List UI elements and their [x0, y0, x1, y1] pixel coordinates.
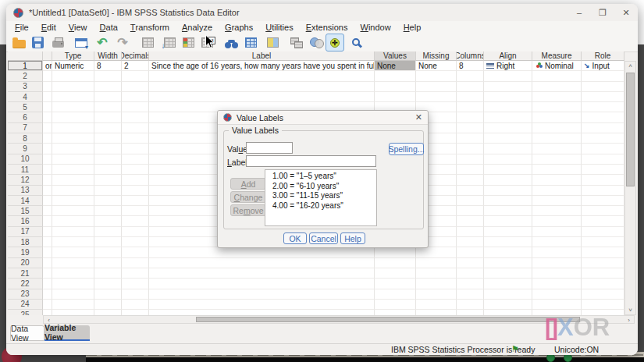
cell-r16-c8[interactable] — [457, 216, 484, 226]
cell-r16-c2[interactable] — [52, 216, 94, 226]
cell-r24-c7[interactable] — [416, 300, 457, 310]
cell-r22-c9[interactable] — [484, 279, 532, 289]
cell-r20-c1[interactable] — [43, 258, 52, 268]
cell-r10-c10[interactable] — [532, 154, 582, 165]
cell-r16-c10[interactable] — [532, 216, 582, 226]
cell-r15-c11[interactable] — [582, 206, 624, 216]
cell-r3-c4[interactable] — [122, 82, 149, 92]
cell-r12-c10[interactable] — [532, 175, 582, 185]
cell-r5-c2[interactable] — [52, 102, 94, 112]
cell-r9-c2[interactable] — [52, 144, 94, 154]
cell-r2-c9[interactable] — [484, 71, 532, 81]
cell-r6-c9[interactable] — [484, 112, 532, 122]
cell-r22-c1[interactable] — [43, 279, 52, 289]
cell-r16-c11[interactable] — [582, 216, 624, 226]
cell-r4-c11[interactable] — [582, 92, 624, 102]
cell-r14-c2[interactable] — [52, 196, 94, 206]
cell-r11-c10[interactable] — [532, 165, 582, 175]
cell-r20-c2[interactable] — [52, 258, 94, 268]
cell-r10-c4[interactable] — [122, 154, 149, 165]
cell-r25-c9[interactable] — [484, 310, 532, 315]
row-header-2[interactable]: 2 — [8, 71, 43, 81]
cell-r18-c10[interactable] — [532, 237, 582, 247]
cell-r24-c6[interactable] — [375, 300, 416, 310]
column-header-type[interactable]: Type — [52, 51, 94, 61]
cell-r14-c8[interactable] — [457, 196, 484, 206]
cell-r3-c11[interactable] — [582, 82, 624, 92]
cell-r22-c3[interactable] — [94, 279, 122, 289]
cell-r23-c11[interactable] — [582, 289, 624, 300]
cell-r4-c10[interactable] — [532, 92, 582, 102]
cell-r10-c8[interactable] — [457, 154, 484, 165]
cell-r3-c3[interactable] — [94, 82, 122, 92]
remove-button[interactable]: Remove — [230, 204, 266, 216]
cell-r19-c4[interactable] — [122, 247, 149, 257]
cell-r5-c10[interactable] — [532, 102, 582, 112]
cell-r21-c6[interactable] — [375, 268, 416, 279]
label-input[interactable] — [246, 155, 376, 167]
cell-r13-c10[interactable] — [532, 186, 582, 196]
cell-r19-c6[interactable] — [375, 247, 416, 257]
cell-r9-c10[interactable] — [532, 144, 582, 154]
cell-r21-c2[interactable] — [52, 268, 94, 279]
cell-r9-c1[interactable] — [43, 144, 52, 154]
cell-r20-c7[interactable] — [416, 258, 457, 268]
value-label-entry-2[interactable]: 2.00 = "6-10 years" — [272, 182, 376, 192]
cell-r16-c4[interactable] — [122, 216, 149, 226]
cell-r6-c10[interactable] — [532, 112, 582, 122]
menu-edit[interactable]: Edit — [35, 21, 62, 33]
dialog-close-icon[interactable]: ✕ — [415, 112, 422, 122]
cell-r8-c8[interactable] — [457, 133, 484, 144]
cell-r22-c5[interactable] — [149, 279, 375, 289]
row-header-6[interactable]: 6 — [8, 112, 43, 122]
cell-r6-c1[interactable] — [43, 112, 52, 122]
cell-r19-c10[interactable] — [532, 247, 582, 257]
cell-r20-c9[interactable] — [484, 258, 532, 268]
cell-r12-c11[interactable] — [582, 175, 624, 185]
cell-r4-c9[interactable] — [484, 92, 532, 102]
cell-r3-c1[interactable] — [43, 82, 52, 92]
cell-r7-c2[interactable] — [52, 123, 94, 133]
cell-r4-c2[interactable] — [52, 92, 94, 102]
cell-r10-c2[interactable] — [52, 154, 94, 165]
cell-r6-c3[interactable] — [94, 112, 122, 122]
row-header-15[interactable]: 15 — [8, 206, 43, 216]
menu-analyze[interactable]: Analyze — [176, 21, 219, 33]
cell-r17-c9[interactable] — [484, 227, 532, 237]
insert-cases-icon[interactable] — [241, 34, 260, 51]
cell-r6-c2[interactable] — [52, 112, 94, 122]
cell-r15-c8[interactable] — [457, 206, 484, 216]
cell-r12-c3[interactable] — [94, 175, 122, 185]
cell-r19-c3[interactable] — [94, 247, 122, 257]
cell-r16-c3[interactable] — [94, 216, 122, 226]
cell-r5-c9[interactable] — [484, 102, 532, 112]
cell-r5-c4[interactable] — [122, 102, 149, 112]
maximize-button[interactable]: ❐ — [591, 5, 614, 20]
cell-r17-c2[interactable] — [52, 227, 94, 237]
add-button[interactable]: Add — [230, 178, 266, 190]
row-header-3[interactable]: 3 — [8, 82, 43, 92]
cell-r21-c5[interactable] — [149, 268, 375, 279]
menu-graphs[interactable]: Graphs — [219, 21, 259, 33]
scroll-right-arrow[interactable]: › — [624, 317, 634, 324]
cell-r23-c1[interactable] — [43, 289, 52, 300]
row-header-13[interactable]: 13 — [8, 186, 43, 196]
cell-r19-c2[interactable] — [52, 247, 94, 257]
cell-r16-c9[interactable] — [484, 216, 532, 226]
cell-r25-c2[interactable] — [52, 310, 94, 315]
cell-r3-c9[interactable] — [484, 82, 532, 92]
cell-r23-c4[interactable] — [122, 289, 149, 300]
cell-r17-c4[interactable] — [122, 227, 149, 237]
print-icon[interactable] — [48, 34, 67, 51]
cell-r1-c3[interactable]: 8 — [94, 61, 122, 71]
cell-r1-c6[interactable]: None — [375, 61, 416, 71]
cell-r22-c11[interactable] — [582, 279, 624, 289]
cell-r23-c10[interactable] — [532, 289, 582, 300]
cancel-button[interactable]: Cancel — [309, 232, 338, 244]
open-file-icon[interactable] — [9, 34, 28, 51]
cell-r14-c3[interactable] — [94, 196, 122, 206]
minimize-button[interactable]: – — [568, 5, 591, 20]
cell-r25-c7[interactable] — [416, 310, 457, 315]
cell-r4-c8[interactable] — [457, 92, 484, 102]
cell-r25-c8[interactable] — [457, 310, 484, 315]
